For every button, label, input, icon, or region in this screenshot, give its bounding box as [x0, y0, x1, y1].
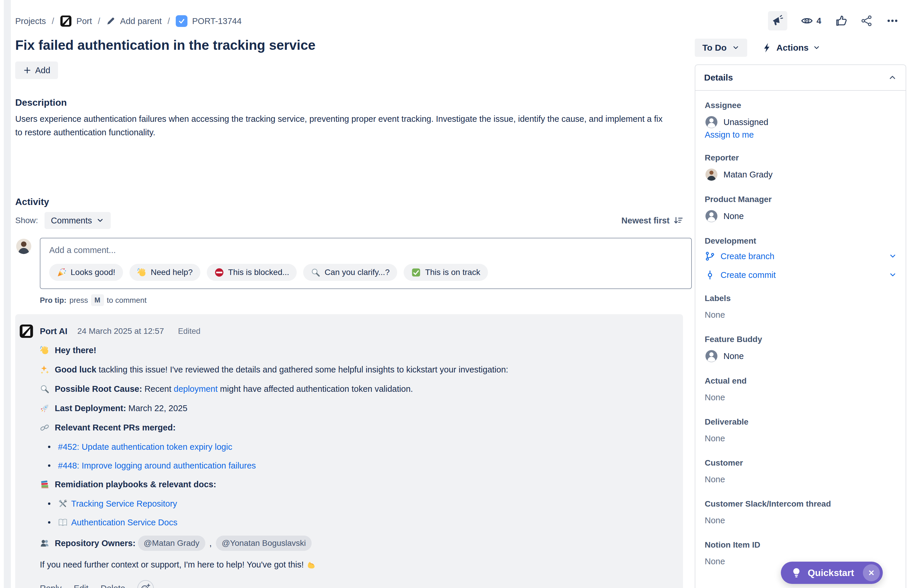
- issue-title[interactable]: Fix failed authentication in the trackin…: [15, 36, 683, 55]
- comment-greeting: Hey there!: [55, 345, 96, 356]
- details-header[interactable]: Details: [695, 65, 905, 90]
- quickstart-button[interactable]: Quickstart: [781, 562, 883, 584]
- tracking-repo-link[interactable]: Tracking Service Repository: [71, 498, 177, 509]
- assignee-value[interactable]: Unassigned: [705, 115, 897, 129]
- field-feature-buddy: Feature Buddy None: [705, 335, 897, 363]
- assign-to-me-link[interactable]: Assign to me: [705, 130, 754, 140]
- breadcrumb-projects[interactable]: Projects: [15, 16, 46, 26]
- mention-yonatan-boguslavski[interactable]: @Yonatan Boguslavski: [216, 536, 312, 551]
- lightning-icon: [762, 42, 772, 53]
- owners-separator: ,: [209, 538, 212, 549]
- deliverable-value[interactable]: None: [705, 432, 897, 445]
- comment-actions: Reply· Edit· Delete·: [40, 580, 671, 588]
- reporter-name: Matan Grady: [723, 170, 773, 179]
- breadcrumb-project-label: Port: [76, 16, 92, 26]
- keyboard-shortcut-m: M: [91, 294, 104, 306]
- separator-dot: ·: [93, 583, 96, 588]
- field-customer-slack-thread: Customer Slack/Intercom thread None: [705, 499, 897, 527]
- description-body[interactable]: Users experience authentication failures…: [15, 112, 668, 139]
- quick-reply-looks-good[interactable]: Looks good!: [49, 264, 123, 281]
- add-reaction-button[interactable]: [137, 580, 154, 588]
- create-commit-button[interactable]: Create commit: [705, 270, 897, 280]
- auth-docs-link[interactable]: Authentication Service Docs: [71, 517, 178, 528]
- field-reporter: Reporter Matan Grady: [705, 153, 897, 181]
- activity-filter-row: Show: Comments Newest first: [15, 212, 683, 229]
- details-title: Details: [704, 73, 733, 82]
- chevron-down-icon: [732, 44, 740, 52]
- collapse-details-button[interactable]: [888, 73, 897, 82]
- chevron-down-icon: [889, 252, 897, 260]
- close-icon: [867, 569, 875, 577]
- field-customer: Customer None: [705, 458, 897, 486]
- delete-button[interactable]: Delete: [100, 583, 125, 588]
- feature-buddy-value[interactable]: None: [705, 349, 897, 363]
- list-item: Authentication Service Docs: [48, 517, 671, 528]
- breadcrumb-issue-key[interactable]: PORT-13744: [176, 15, 242, 27]
- status-dropdown[interactable]: To Do: [695, 39, 747, 57]
- quick-reply-clarify[interactable]: Can you clarify...?: [303, 264, 397, 281]
- separator-dot: ·: [130, 583, 133, 588]
- actions-dropdown[interactable]: Actions: [762, 42, 820, 53]
- field-label: Deliverable: [705, 417, 897, 426]
- sort-order-button[interactable]: Newest first: [622, 215, 683, 226]
- field-label: Customer Slack/Intercom thread: [705, 499, 897, 509]
- actual-end-value[interactable]: None: [705, 391, 897, 404]
- description-heading: Description: [15, 97, 683, 108]
- quickstart-label: Quickstart: [808, 567, 854, 578]
- bullet: [48, 464, 50, 467]
- chevron-up-icon: [888, 73, 897, 82]
- comment-port-ai: Port AI 24 March 2025 at 12:57 Edited He…: [15, 314, 683, 588]
- comment-text: tackling this issue! I've reviewed the d…: [99, 364, 508, 375]
- comment-edited-badge: Edited: [178, 327, 200, 336]
- comment-input[interactable]: [49, 246, 682, 255]
- issue-key-label: PORT-13744: [192, 16, 242, 26]
- add-button-label: Add: [35, 66, 50, 75]
- breadcrumb-separator: /: [168, 16, 170, 26]
- list-item: #448: Improve logging around authenticat…: [48, 460, 671, 471]
- reporter-avatar: [705, 168, 718, 181]
- reply-button[interactable]: Reply: [40, 583, 61, 588]
- breadcrumb-separator: /: [52, 16, 54, 26]
- plus-icon: [23, 66, 32, 75]
- details-body: Assignee Unassigned Assign to me Reporte…: [695, 91, 905, 568]
- task-type-icon: [176, 15, 188, 27]
- field-label: Actual end: [705, 376, 897, 386]
- product-manager-value[interactable]: None: [705, 209, 897, 223]
- comment-text: might have affected authentication token…: [220, 383, 413, 394]
- assignee-name: Unassigned: [723, 118, 768, 127]
- comment-input-box[interactable]: Looks good! Need help? This is blocked..…: [40, 238, 692, 289]
- quickstart-close-button[interactable]: [863, 564, 880, 581]
- create-branch-button[interactable]: Create branch: [705, 251, 897, 262]
- quick-reply-label: Looks good!: [71, 268, 115, 277]
- field-label: Feature Buddy: [705, 335, 897, 344]
- comment-body: Hey there! Good lucktackling this issue!…: [40, 345, 671, 570]
- customer-value[interactable]: None: [705, 473, 897, 486]
- deployment-link[interactable]: deployment: [174, 383, 218, 394]
- git-commit-icon: [705, 270, 715, 280]
- comment-text: Recent: [144, 383, 171, 394]
- status-label: To Do: [702, 43, 727, 53]
- comments-filter-dropdown[interactable]: Comments: [45, 212, 111, 229]
- pr-452-link[interactable]: #452: Update authentication token expiry…: [58, 441, 232, 452]
- waving-hand-icon: [137, 268, 147, 277]
- edit-button[interactable]: Edit: [74, 583, 89, 588]
- field-assignee: Assignee Unassigned Assign to me: [705, 101, 897, 140]
- breadcrumb-project-port[interactable]: Port: [60, 15, 92, 27]
- quick-reply-need-help[interactable]: Need help?: [129, 264, 200, 281]
- mention-matan-grady[interactable]: @Matan Grady: [138, 536, 205, 551]
- customer-slack-value[interactable]: None: [705, 514, 897, 527]
- breadcrumb-add-parent[interactable]: Add parent: [106, 16, 162, 26]
- reporter-value[interactable]: Matan Grady: [705, 168, 897, 181]
- quick-reply-on-track[interactable]: This is on track: [404, 264, 488, 281]
- current-user-avatar: [15, 238, 32, 255]
- add-button[interactable]: Add: [15, 61, 58, 79]
- comment-bold-text: Good luck: [55, 364, 96, 375]
- quick-reply-blocked[interactable]: This is blocked...: [207, 264, 297, 281]
- pencil-icon: [106, 16, 115, 26]
- collapsed-nav-rail[interactable]: [4, 0, 11, 588]
- labels-value[interactable]: None: [705, 309, 897, 321]
- comments-filter-label: Comments: [51, 216, 92, 226]
- pr-448-link[interactable]: #448: Improve logging around authenticat…: [58, 460, 256, 471]
- comment-timestamp[interactable]: 24 March 2025 at 12:57: [77, 326, 164, 336]
- field-development: Development Create branch Create commit: [705, 236, 897, 280]
